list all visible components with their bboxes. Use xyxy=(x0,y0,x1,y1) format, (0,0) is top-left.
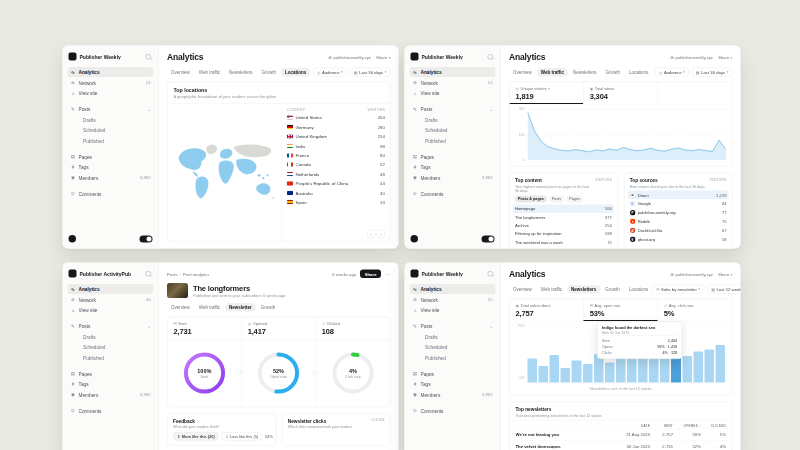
sidebar-item[interactable]: Drafts xyxy=(410,115,496,125)
sidebar-item[interactable]: ∿ Analytics xyxy=(68,284,154,294)
avatar[interactable] xyxy=(69,235,77,243)
sidebar-item[interactable]: ◉ Members 3,882 xyxy=(410,390,496,400)
bar[interactable] xyxy=(561,368,571,382)
column-header-opened[interactable]: OPENED ↓ xyxy=(673,423,701,427)
column-header-sent[interactable]: SENT xyxy=(650,423,673,427)
sidebar-item[interactable]: ◉ Members 3,882 xyxy=(68,173,154,183)
sidebar-item[interactable]: ∿ Analytics xyxy=(410,67,496,77)
sidebar-item[interactable]: Drafts xyxy=(410,332,496,342)
content-row[interactable]: Homepage 584 xyxy=(513,204,614,212)
source-row[interactable]: G Google 84 xyxy=(628,199,729,208)
sidebar-item[interactable]: Published xyxy=(68,136,154,146)
bar[interactable] xyxy=(649,357,659,382)
sidebar-item[interactable]: Published xyxy=(410,136,496,146)
filter-dropdown[interactable]: ▦Last 30 days▾ xyxy=(692,68,733,77)
site-domain-link[interactable]: ⊕publisherweekly.xyz xyxy=(670,272,713,277)
next-page-button[interactable]: › xyxy=(377,230,385,238)
content-row[interactable]: Filtering up for inspiration 188 xyxy=(513,230,614,238)
tab[interactable]: Growth xyxy=(601,285,624,294)
tab[interactable]: Web traffic xyxy=(537,68,568,77)
tab[interactable]: Overview xyxy=(167,303,194,312)
filter-dropdown[interactable]: ◎Audience▾ xyxy=(655,68,689,77)
sidebar-item[interactable]: Published xyxy=(410,353,496,363)
country-row[interactable]: Germany 280 xyxy=(287,122,385,131)
bar[interactable] xyxy=(572,361,582,383)
kpi-cell[interactable]: ✉Sent 2,731 xyxy=(168,317,242,339)
tab[interactable]: Growth xyxy=(257,303,280,312)
sidebar-item[interactable]: ▤ Pages xyxy=(68,369,154,379)
sidebar-item[interactable]: # Tags xyxy=(410,162,496,172)
sidebar-item[interactable]: Scheduled xyxy=(68,125,154,135)
column-header-clicked[interactable]: CLICKED xyxy=(701,423,726,427)
tab[interactable]: Locations xyxy=(281,68,310,77)
bar[interactable] xyxy=(528,358,538,382)
kpi-cell[interactable]: ◉Total subscribers 2,757 xyxy=(510,299,584,321)
country-row[interactable]: United States 454 xyxy=(287,113,385,122)
sidebar-item[interactable]: ▤ Pages xyxy=(68,152,154,162)
bar[interactable] xyxy=(704,350,714,383)
tab[interactable]: Newsletters xyxy=(567,285,600,294)
open-rate-bar-chart[interactable]: 75%0% Indigo found the darkest sea Mon 3… xyxy=(510,321,733,385)
feedback-pill[interactable]: ⇩Less like this (5) xyxy=(221,432,262,441)
visitors-area-chart[interactable]: 3001500 xyxy=(510,104,733,166)
dark-mode-toggle[interactable] xyxy=(482,235,495,242)
sidebar-item[interactable]: ⊚ Network 25 xyxy=(410,295,496,305)
kpi-cell[interactable]: ◎Unique visitors▾ 1,819 xyxy=(510,82,584,104)
filter-pill[interactable]: Posts xyxy=(549,195,564,202)
source-row[interactable]: ⊕ Direct 1,219 xyxy=(628,190,729,199)
sidebar-item[interactable]: ⊚ Network 40 xyxy=(68,295,154,305)
search-icon[interactable] xyxy=(488,54,494,60)
tab[interactable]: Growth xyxy=(258,68,281,77)
country-row[interactable]: France 84 xyxy=(287,151,385,160)
publication-switcher[interactable]: Publisher Weekly xyxy=(411,270,495,278)
site-domain-link[interactable]: ⊕publisherweekly.xyz xyxy=(328,55,371,60)
sidebar-item[interactable]: Scheduled xyxy=(410,342,496,352)
filter-dropdown[interactable]: ▦Last 12 weeks▾ xyxy=(707,285,741,294)
sidebar-item[interactable]: ⌂ View site xyxy=(68,305,154,315)
share-button[interactable]: Share▾ xyxy=(376,55,391,60)
filter-dropdown[interactable]: ◎Audience▾ xyxy=(313,68,347,77)
avatar[interactable] xyxy=(411,235,419,243)
sidebar-item[interactable]: # Tags xyxy=(68,162,154,172)
content-row[interactable]: The longformers 377 xyxy=(513,213,614,221)
tab[interactable]: Web traffic xyxy=(537,285,566,294)
feedback-pill[interactable]: ⇧More like this (20) xyxy=(173,432,219,441)
country-row[interactable]: United Kingdom 254 xyxy=(287,132,385,141)
sidebar-item[interactable]: ⊚ Network 24 xyxy=(68,78,154,88)
kpi-cell[interactable]: ↗Avg. click rate 5% xyxy=(658,299,732,321)
bar[interactable] xyxy=(539,366,549,383)
kpi-cell[interactable]: ↗Clicked 108 xyxy=(316,317,390,339)
tab[interactable]: Newsletters xyxy=(569,68,601,77)
search-icon[interactable] xyxy=(488,271,494,277)
tab[interactable]: Overview xyxy=(167,68,194,77)
tab[interactable]: Newsletters xyxy=(225,68,257,77)
bar[interactable] xyxy=(583,364,593,383)
sidebar-item[interactable]: ⊙ Comments xyxy=(68,406,154,416)
sidebar-item[interactable]: Drafts xyxy=(68,332,154,342)
sidebar-item[interactable]: ∿ Analytics xyxy=(68,67,154,77)
site-domain-link[interactable]: ⊕publisherweekly.xyz xyxy=(670,55,713,60)
content-row[interactable]: Archive 254 xyxy=(513,221,614,229)
newsletter-row[interactable]: The velvet timescapes 30 Jun 2025 2,731 … xyxy=(510,440,733,450)
country-row[interactable]: Netherlands 48 xyxy=(287,169,385,178)
sidebar-item[interactable]: ◉ Members 3,882 xyxy=(410,173,496,183)
country-row[interactable]: People's Republic of China 44 xyxy=(287,179,385,188)
newsletter-row[interactable]: We're not leaving you 21 Aug 2025 2,757 … xyxy=(510,428,733,440)
tab[interactable]: Web traffic xyxy=(195,68,224,77)
tab[interactable]: Web traffic xyxy=(195,303,224,312)
tab[interactable]: Locations xyxy=(625,285,652,294)
bar[interactable] xyxy=(693,352,703,383)
content-row[interactable]: The weekend was a wash 75 xyxy=(513,238,614,246)
sidebar-item[interactable]: ⊙ Comments xyxy=(68,189,154,199)
sidebar-item[interactable]: Scheduled xyxy=(68,342,154,352)
search-icon[interactable] xyxy=(146,271,152,277)
kpi-cell[interactable]: ✉Avg. open rate 53% xyxy=(584,299,658,321)
bar[interactable] xyxy=(550,355,560,383)
prev-page-button[interactable]: ‹ xyxy=(367,230,375,238)
bar[interactable] xyxy=(605,363,615,383)
country-row[interactable]: India 98 xyxy=(287,141,385,150)
filter-pill[interactable]: Posts & pages xyxy=(515,195,547,202)
content-row[interactable]: Margins 72 xyxy=(513,246,614,249)
country-row[interactable]: Canada 62 xyxy=(287,160,385,169)
source-row[interactable]: d DuckDuckGo 67 xyxy=(628,226,729,235)
